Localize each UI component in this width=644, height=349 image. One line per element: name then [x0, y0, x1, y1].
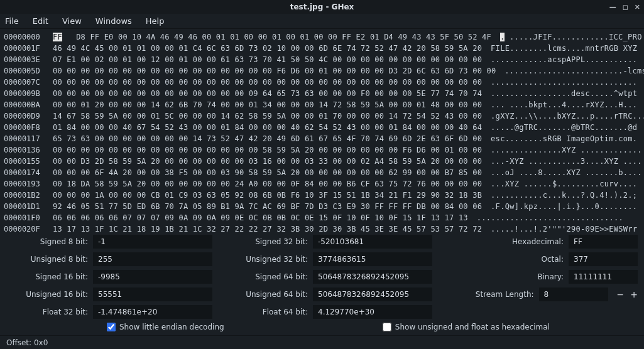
hex-bytes[interactable]: 00 00 00 00 00 00 00 00 00 00 00 00 00 0…: [53, 65, 496, 77]
value-octal[interactable]: 377: [569, 252, 638, 266]
hex-ascii[interactable]: ...........c...k...?.Q.4!.).2.;: [482, 190, 637, 201]
hex-bytes[interactable]: 00 00 D3 2D 58 59 5A 20 00 00 00 00 00 0…: [53, 156, 482, 167]
hex-row[interactable]: 000000BA00 00 01 20 00 00 00 14 62 6B 70…: [4, 99, 638, 110]
status-offset: Offset: 0x0: [6, 338, 48, 347]
hex-ascii[interactable]: ...oJ ....8.....XYZ .......b....: [482, 167, 642, 178]
hex-bytes[interactable]: 00 00 00 00 00 00 00 00 00 00 00 00 00 0…: [53, 144, 482, 156]
hex-bytes[interactable]: 92 46 05 51 77 5D ED 6B 70 7A 05 89 B1 9…: [53, 201, 482, 212]
checkbox-as-hex-input[interactable]: [383, 323, 391, 331]
hex-ascii[interactable]: .....!...!.2'""'290-09E>>EWSWrr: [482, 223, 637, 232]
hex-ascii[interactable]: FILE........lcms....mntrRGB XYZ: [482, 43, 637, 54]
hex-row[interactable]: 0000017400 00 00 6F 4A 20 00 00 38 F5 00…: [4, 167, 638, 178]
label-signed8: Signed 8 bit:: [6, 237, 88, 246]
hex-row[interactable]: 00000000FF D8 FF E0 00 10 4A 46 49 46 00…: [4, 31, 638, 43]
hex-row[interactable]: 0000011765 73 63 00 00 00 00 00 00 00 14…: [4, 133, 638, 144]
label-binary: Binary:: [537, 272, 564, 281]
hex-bytes[interactable]: 00 00 00 00 00 00 00 00 00 00 00 00 00 0…: [53, 77, 482, 88]
hex-row[interactable]: 000000D914 67 58 59 5A 00 00 01 5C 00 00…: [4, 110, 638, 122]
hex-offset: 000000BA: [4, 99, 53, 110]
hex-ascii[interactable]: .gXYZ...\\....bXYZ...p....rTRC...: [482, 110, 644, 122]
hex-row[interactable]: 0000015500 00 D3 2D 58 59 5A 20 00 00 00…: [4, 156, 638, 167]
label-hexadecimal: Hexadecimal:: [512, 237, 564, 246]
value-unsigned64[interactable]: 5064878326892452095: [313, 287, 432, 301]
hex-row[interactable]: 0000009B00 00 00 00 00 00 00 00 00 00 00…: [4, 88, 638, 99]
checkbox-as-hex[interactable]: Show unsigned and float as hexadecimal: [383, 323, 550, 331]
hex-row[interactable]: 0000005D00 00 00 00 00 00 00 00 00 00 00…: [4, 65, 638, 77]
hex-ascii[interactable]: . .....JFIF............ICC_PRO: [491, 31, 642, 43]
value-signed32[interactable]: -520103681: [313, 235, 432, 249]
hex-row[interactable]: 0000020F13 17 13 1F 1C 21 18 19 1B 21 1C…: [4, 223, 638, 232]
value-unsigned8[interactable]: 255: [93, 252, 212, 266]
hex-ascii[interactable]: ...............................: [468, 212, 623, 223]
hex-offset: 0000001F: [4, 43, 53, 54]
hex-offset: 00000193: [4, 178, 53, 190]
hex-ascii[interactable]: .................desc.....^wtpt: [482, 88, 637, 99]
hex-row[interactable]: 0000019300 18 DA 58 59 5A 20 00 00 00 00…: [4, 178, 638, 190]
hex-row[interactable]: 0000013600 00 00 00 00 00 00 00 00 00 00…: [4, 144, 638, 156]
hex-bytes[interactable]: 14 67 58 59 5A 00 00 01 5C 00 00 00 14 6…: [53, 110, 482, 122]
menu-help[interactable]: Help: [143, 15, 167, 27]
title-bar: test.jpg - GHex — ◻ ✕: [0, 0, 644, 14]
hex-bytes[interactable]: 00 18 DA 58 59 5A 20 00 00 00 00 00 00 2…: [53, 178, 482, 190]
hex-ascii[interactable]: .....@gTRC.......@bTRC.......@d: [482, 122, 637, 133]
hex-ascii[interactable]: esc........sRGB ImageOptim.com.: [482, 133, 637, 144]
menu-file[interactable]: File: [3, 15, 21, 27]
menu-view[interactable]: View: [60, 15, 84, 27]
menu-edit[interactable]: Edit: [30, 15, 51, 27]
hex-row[interactable]: 0000001F46 49 4C 45 00 01 01 00 00 01 C4…: [4, 43, 638, 54]
checkbox-little-endian-label: Show little endian decoding: [119, 323, 224, 331]
menu-bar: File Edit View Windows Help: [0, 14, 644, 29]
hex-ascii[interactable]: ...XYZ ......$.........curv....: [482, 178, 637, 190]
hex-bytes[interactable]: 00 00 00 1A 00 00 00 CB 01 C9 03 63 05 9…: [53, 190, 482, 201]
selected-byte[interactable]: FF: [53, 33, 62, 41]
hex-row[interactable]: 000001D192 46 05 51 77 5D ED 6B 70 7A 05…: [4, 201, 638, 212]
window-controls: — ◻ ✕: [609, 0, 640, 14]
hex-ascii[interactable]: .........................-lcms..: [496, 65, 644, 77]
hex-view[interactable]: 00000000FF D8 FF E0 00 10 4A 46 49 46 00…: [0, 29, 644, 232]
hex-bytes[interactable]: 13 17 13 1F 1C 21 18 19 1B 21 1C 32 27 2…: [53, 223, 482, 232]
value-signed8[interactable]: -1: [93, 235, 212, 249]
value-unsigned16[interactable]: 55551: [93, 287, 212, 301]
stream-length-plus-icon[interactable]: +: [630, 289, 638, 299]
label-octal: Octal:: [542, 255, 564, 264]
hex-row[interactable]: 0000007C00 00 00 00 00 00 00 00 00 00 00…: [4, 77, 638, 88]
value-hexadecimal[interactable]: FF: [569, 235, 638, 249]
hex-bytes[interactable]: 00 00 00 6F 4A 20 00 00 38 F5 00 00 03 9…: [53, 167, 482, 178]
hex-bytes[interactable]: 06 06 06 06 06 07 07 07 09 0A 09 0A 09 0…: [53, 212, 468, 223]
hex-ascii[interactable]: .F.Qw].kpz....|.i.}...0........: [482, 201, 637, 212]
hex-row[interactable]: 000000F801 84 00 00 00 40 67 54 52 43 00…: [4, 122, 638, 133]
checkbox-little-endian[interactable]: Show little endian decoding: [107, 323, 224, 331]
hex-row[interactable]: 000001F006 06 06 06 06 07 07 07 09 0A 09…: [4, 212, 638, 223]
hex-bytes[interactable]: 01 84 00 00 00 40 67 54 52 43 00 00 01 8…: [53, 122, 482, 133]
hex-row[interactable]: 0000003E07 E1 00 02 00 01 00 12 00 01 00…: [4, 54, 638, 65]
value-signed64[interactable]: 5064878326892452095: [313, 270, 432, 284]
menu-windows[interactable]: Windows: [93, 15, 134, 27]
value-float32[interactable]: -1.474861e+20: [93, 305, 212, 319]
hex-ascii[interactable]: ... ....bkpt...4....rXYZ...H...: [482, 99, 637, 110]
value-float64[interactable]: 4.129770e+30: [313, 305, 432, 319]
hex-row[interactable]: 000001B200 00 00 1A 00 00 00 CB 01 C9 03…: [4, 190, 638, 201]
maximize-icon[interactable]: ◻: [623, 3, 628, 11]
hex-offset: 000000F8: [4, 122, 53, 133]
minimize-icon[interactable]: —: [609, 3, 616, 11]
hex-ascii[interactable]: ...............XYZ .............: [482, 144, 642, 156]
checkbox-little-endian-input[interactable]: [107, 323, 116, 331]
hex-ascii[interactable]: ...............................: [482, 77, 637, 88]
value-unsigned32[interactable]: 3774863615: [313, 252, 432, 266]
close-icon[interactable]: ✕: [635, 3, 640, 11]
value-signed16[interactable]: -9985: [93, 270, 212, 284]
hex-bytes[interactable]: 00 00 01 20 00 00 00 14 62 6B 70 74 00 0…: [53, 99, 482, 110]
value-binary[interactable]: 11111111: [569, 270, 638, 284]
label-float64: Float 64 bit:: [226, 308, 308, 316]
hex-bytes[interactable]: FF D8 FF E0 00 10 4A 46 49 46 00 01 01 0…: [53, 31, 491, 43]
stream-length-minus-icon[interactable]: −: [617, 289, 625, 299]
hex-offset: 000000D9: [4, 110, 53, 122]
selected-ascii[interactable]: .: [500, 33, 505, 41]
hex-bytes[interactable]: 46 49 4C 45 00 01 01 00 00 01 C4 6C 63 6…: [53, 43, 482, 54]
hex-bytes[interactable]: 07 E1 00 02 00 01 00 12 00 01 00 00 61 6…: [53, 54, 482, 65]
hex-ascii[interactable]: ............acspAPPL...........: [482, 54, 637, 65]
hex-bytes[interactable]: 00 00 00 00 00 00 00 00 00 00 00 00 00 0…: [53, 88, 482, 99]
value-stream-length[interactable]: 8: [539, 287, 608, 301]
hex-bytes[interactable]: 65 73 63 00 00 00 00 00 00 00 14 73 52 4…: [53, 133, 482, 144]
hex-ascii[interactable]: ...-XYZ ...........3....XYZ ....: [482, 156, 642, 167]
